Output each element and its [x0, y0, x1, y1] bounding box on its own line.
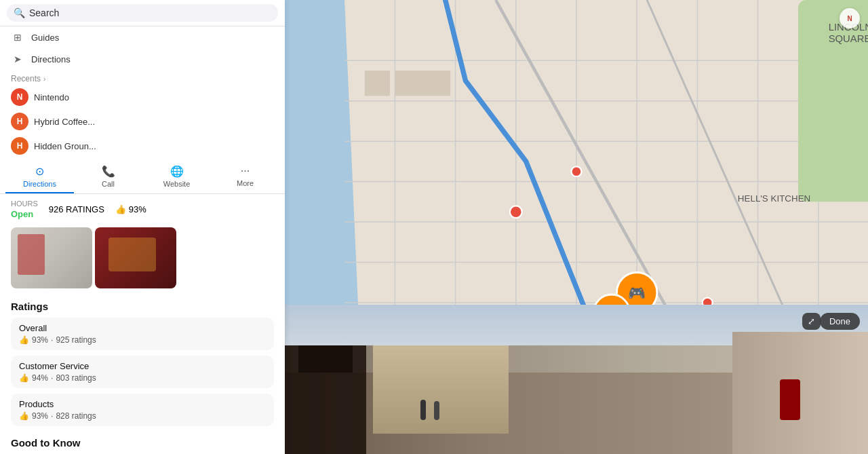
rating-cs-dot: · [51, 373, 53, 383]
recent-item-hybrid[interactable]: H Hybrid Coffee... [0, 109, 285, 134]
done-label: Done [829, 316, 850, 326]
search-icon: 🔍 [14, 7, 25, 18]
rating-products-name: Products [19, 399, 266, 409]
rating-overall-percent: 93% [32, 335, 48, 345]
street-view-image [285, 305, 868, 454]
website-tab-label: Website [163, 180, 191, 188]
rating-cs-detail: 👍 94% · 803 ratings [19, 373, 266, 383]
thumbs-up-icon: 👍 [115, 204, 126, 214]
recents-label: Recents [11, 74, 41, 83]
directions-label: Directions [31, 54, 71, 64]
photo-display[interactable] [95, 227, 176, 288]
recent-name-hybrid: Hybrid Coffee... [34, 117, 95, 127]
compass: N [840, 8, 860, 29]
rating-overall-dot: · [51, 335, 53, 345]
thumbs-products-icon: 👍 [19, 411, 29, 421]
directions-tab-icon: ⊙ [35, 165, 44, 178]
rating-products-count: 828 ratings [56, 411, 96, 421]
svg-point-38 [572, 166, 582, 176]
ratings-summary: 926 RATINGS [49, 204, 104, 214]
rating-percent-block: 👍 93% [115, 204, 146, 214]
rating-products: Products 👍 93% · 828 ratings [11, 394, 274, 426]
search-label: Search [29, 7, 59, 18]
rating-customer-service: Customer Service 👍 94% · 803 ratings [11, 356, 274, 388]
rating-overall-count: 925 ratings [56, 335, 96, 345]
tab-call[interactable]: 📞 Call [74, 161, 142, 193]
tab-directions[interactable]: ⊙ Directions [5, 161, 74, 193]
recent-dot-hidden: H [11, 137, 28, 155]
hours-block: HOURS Open [11, 200, 38, 219]
recents-chevron: › [43, 75, 45, 83]
recent-dot-nintendo: N [11, 88, 28, 106]
recent-item-hidden[interactable]: H Hidden Groun... [0, 134, 285, 158]
action-tabs: ⊙ Directions 📞 Call 🌐 Website ··· More [0, 158, 285, 194]
svg-text:HELL'S KITCHEN: HELL'S KITCHEN [738, 193, 810, 204]
photos-row [0, 225, 285, 295]
map-area[interactable]: LINCOLN SQUARE HELL'S KITCHEN MIDTOWN EA… [285, 0, 868, 454]
tab-website[interactable]: 🌐 Website [142, 161, 211, 193]
top-nav: 🔍 Search [0, 0, 285, 26]
guides-icon: ⊞ [11, 32, 24, 43]
info-row: HOURS Open 926 RATINGS 👍 93% [0, 194, 285, 225]
thumbs-overall-icon: 👍 [19, 335, 29, 345]
more-tab-icon: ··· [241, 165, 250, 177]
svg-rect-26 [365, 71, 390, 96]
rating-cs-count: 803 ratings [56, 373, 96, 383]
svg-point-37 [510, 206, 522, 218]
street-view-overlay: ⤢ Done [285, 305, 868, 454]
ratings-section-title: Ratings [0, 295, 285, 315]
sidebar-item-directions[interactable]: ➤ Directions [0, 48, 285, 70]
directions-icon: ➤ [11, 54, 24, 64]
ratings-count: 926 RATINGS [49, 204, 104, 214]
more-tab-label: More [237, 179, 254, 187]
call-tab-label: Call [102, 180, 115, 188]
directions-tab-label: Directions [23, 180, 56, 188]
recents-header: Recents › [0, 70, 285, 85]
svg-rect-27 [395, 71, 450, 96]
rating-percent: 93% [129, 204, 146, 214]
search-button[interactable]: 🔍 Search [7, 4, 278, 22]
expand-icon: ⤢ [808, 316, 815, 326]
rating-products-detail: 👍 93% · 828 ratings [19, 411, 266, 421]
recent-name-nintendo: Nintendo [34, 92, 69, 102]
svg-text:🎮: 🎮 [628, 284, 646, 302]
recent-item-nintendo[interactable]: N Nintendo [0, 85, 285, 109]
rating-products-dot: · [51, 411, 53, 421]
sidebar: 🔍 Search ⊞ Guides ➤ Directions Recents ›… [0, 0, 285, 454]
rating-products-percent: 93% [32, 411, 48, 421]
good-to-know-title: Good to Know [0, 429, 285, 451]
photo-interior[interactable] [11, 227, 92, 288]
rating-overall-name: Overall [19, 323, 266, 333]
compass-label: N [847, 15, 852, 22]
thumbs-cs-icon: 👍 [19, 373, 29, 383]
rating-overall-detail: 👍 93% · 925 ratings [19, 335, 266, 345]
rating-cs-name: Customer Service [19, 361, 266, 371]
hours-status: Open [11, 209, 38, 219]
rating-overall: Overall 👍 93% · 925 ratings [11, 318, 274, 350]
gk-accessibility: ♿ Accessibility Features [0, 451, 285, 454]
street-view-expand-button[interactable]: ⤢ [802, 313, 821, 330]
guides-label: Guides [31, 33, 59, 43]
svg-text:SQUARE: SQUARE [829, 33, 868, 44]
recent-name-hidden: Hidden Groun... [34, 141, 96, 151]
call-tab-icon: 📞 [102, 165, 115, 178]
sidebar-item-guides[interactable]: ⊞ Guides [0, 26, 285, 48]
hours-label: HOURS [11, 200, 38, 208]
rating-cs-percent: 94% [32, 373, 48, 383]
recent-dot-hybrid: H [11, 113, 28, 130]
website-tab-icon: 🌐 [170, 165, 184, 178]
tab-more[interactable]: ··· More [211, 161, 279, 193]
street-view-done-button[interactable]: Done [820, 313, 860, 330]
